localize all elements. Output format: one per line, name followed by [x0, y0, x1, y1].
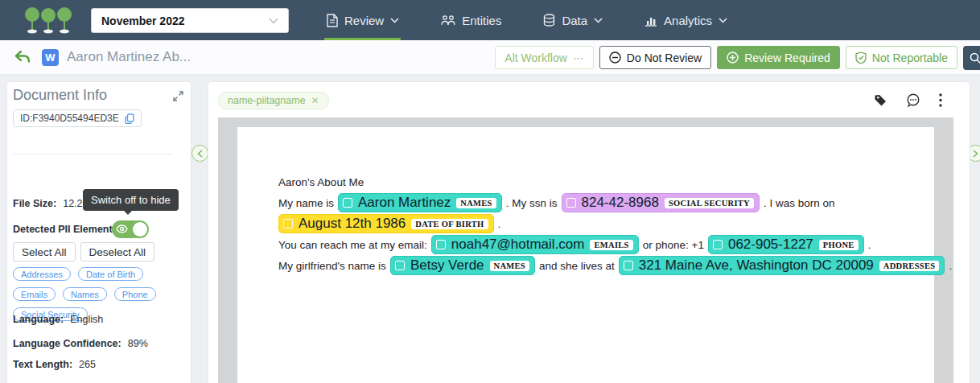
search-icon [970, 52, 980, 64]
doc-text-segment: . [498, 218, 501, 230]
doc-line: My girlfriend's name is Betsy Verde NAME… [278, 255, 918, 276]
pii-tag-date-of-birth[interactable]: Date of Birth [78, 267, 143, 281]
pii-highlight-addresses[interactable]: 321 Maine Ave, Washington DC 20009 ADDRE… [619, 256, 945, 275]
text-length-label: Text Length: [13, 359, 72, 370]
chevron-down-icon [594, 18, 603, 23]
detected-pii-row: Detected PII Elements: [13, 224, 121, 235]
pii-highlight-date-of-birth[interactable]: August 12th 1986 DATE OF BIRTH [278, 214, 494, 233]
doc-text-segment: . I was born on [764, 197, 835, 209]
close-icon[interactable]: ✕ [311, 95, 319, 106]
pii-checkbox[interactable] [566, 198, 576, 208]
alt-workflow-label: Alt Workflow [504, 51, 567, 64]
not-reportable-label: Not Reportable [872, 51, 948, 64]
pii-checkbox[interactable] [283, 219, 293, 229]
do-not-review-button[interactable]: Do Not Review [599, 46, 711, 69]
pii-highlight-social-security[interactable]: 824-42-8968 SOCIAL SECURITY [562, 193, 760, 212]
nav-tab-label: Review [344, 14, 384, 27]
tag-icon[interactable] [874, 93, 887, 107]
toggle-knob [133, 222, 147, 237]
period-dropdown[interactable]: November 2022 [91, 8, 289, 33]
alt-workflow-button[interactable]: Alt Workflow ⋯ [495, 46, 594, 69]
nav-tab-data[interactable]: Data [541, 0, 604, 40]
viewer-toolbar [874, 93, 942, 107]
doc-heading-line: Aaron's About Me [278, 171, 918, 192]
pii-highlight-emails[interactable]: noah47@hotmail.com EMAILS [431, 235, 639, 254]
pii-tag-phone[interactable]: Phone [114, 287, 156, 301]
active-filter-label: name-piitagname [228, 95, 306, 106]
main-nav: Review Entities Data Analytics [324, 0, 729, 40]
nav-tab-label: Analytics [664, 14, 712, 27]
doc-line: You can reach me at my email: noah47@hot… [278, 234, 918, 255]
file-size-label: File Size: [13, 198, 56, 209]
pii-highlight-names[interactable]: Aaron Martinez NAMES [338, 193, 502, 212]
nav-tab-review[interactable]: Review [324, 0, 401, 40]
pii-value: noah47@hotmail.com [451, 237, 585, 253]
text-length-value: 265 [79, 359, 96, 370]
deselect-all-button[interactable]: Deselect All [80, 242, 155, 262]
pii-checkbox[interactable] [624, 261, 633, 270]
nav-tab-entities[interactable]: Entities [439, 0, 503, 40]
word-doc-icon: W [42, 49, 59, 66]
do-not-review-label: Do Not Review [627, 51, 702, 64]
doc-text-segment: . My ssn is [506, 197, 558, 209]
pii-value: 824-42-8968 [582, 195, 659, 211]
header-actions: Alt Workflow ⋯ Do Not Review Review Requ… [495, 46, 957, 69]
nav-tab-analytics[interactable]: Analytics [643, 0, 729, 40]
chevron-down-icon [390, 18, 399, 23]
pii-value: 062-905-1227 [728, 237, 813, 253]
chevron-down-icon [719, 18, 727, 23]
pii-visibility-toggle[interactable] [112, 220, 149, 238]
people-icon [441, 14, 455, 27]
pii-highlight-phone[interactable]: 062-905-1227 PHONE [708, 235, 864, 254]
expand-icon[interactable] [173, 90, 183, 105]
not-reportable-button[interactable]: Not Reportable [846, 46, 957, 69]
detected-pii-label: Detected PII Elements: [13, 224, 121, 235]
app-logo-icon [24, 4, 74, 38]
nav-tab-label: Entities [462, 14, 501, 27]
pii-value: Aaron Martinez [358, 195, 451, 211]
doc-text-segment: and she lives at [539, 260, 615, 272]
kebab-menu-icon[interactable] [939, 93, 942, 107]
doc-line: My name is Aaron Martinez NAMES . My ssn… [278, 192, 918, 213]
review-required-button[interactable]: Review Required [717, 46, 840, 69]
doc-line: August 12th 1986 DATE OF BIRTH . [278, 213, 918, 234]
document-id: ID:F3940D55494ED3E [20, 113, 119, 124]
circle-minus-icon [609, 51, 621, 64]
top-navbar: November 2022 Review Entities Data Analy… [0, 0, 980, 40]
document-viewer-panel: name-piitagname ✕ Aaron's About Me My na… [208, 81, 970, 383]
pii-tag-emails[interactable]: Emails [13, 287, 56, 301]
pii-checkbox[interactable] [713, 240, 723, 249]
pii-tag-badge: SOCIAL SECURITY [665, 198, 754, 208]
pii-tag-badge: ADDRESSES [879, 261, 940, 271]
pii-checkbox[interactable] [343, 198, 352, 208]
selection-buttons: Select All Deselect All [13, 242, 154, 262]
language-confidence-row: Language Confidence: 89% [13, 338, 148, 349]
pii-highlight-names-2[interactable]: Betsy Verde NAMES [390, 256, 535, 275]
pii-tag-addresses[interactable]: Addresses [13, 267, 71, 281]
page-viewer-background: Aaron's About Me My name is Aaron Martin… [218, 117, 953, 383]
doc-text-segment: You can reach me at my email: [278, 239, 427, 251]
comment-icon[interactable] [906, 93, 920, 107]
pii-checkbox[interactable] [395, 261, 405, 270]
pii-tag-names[interactable]: Names [63, 287, 107, 301]
document-header-bar: W Aaron Martinez Ab... Alt Workflow ⋯ Do… [0, 40, 980, 75]
active-filter-chip[interactable]: name-piitagname ✕ [218, 92, 329, 109]
collapse-left-panel-button[interactable] [191, 145, 208, 162]
panel-title: Document Info [13, 87, 107, 104]
document-id-chip[interactable]: ID:F3940D55494ED3E [13, 109, 142, 127]
copy-icon[interactable] [125, 113, 134, 124]
database-icon [543, 14, 555, 27]
pii-checkbox[interactable] [436, 240, 446, 249]
search-button[interactable] [963, 46, 980, 70]
chevron-down-icon [269, 18, 278, 24]
select-all-button[interactable]: Select All [13, 242, 76, 262]
pii-tag-badge: NAMES [456, 198, 496, 208]
pii-tag-badge: DATE OF BIRTH [411, 219, 488, 229]
language-confidence-label: Language Confidence: [13, 338, 121, 349]
back-button[interactable] [14, 50, 31, 64]
doc-text-segment: . [868, 239, 871, 251]
chevron-left-icon [197, 150, 203, 158]
pii-tag-filters: Addresses Date of Birth Emails Names Pho… [13, 267, 177, 321]
pii-tag-badge: EMAILS [590, 240, 632, 250]
eye-icon [116, 224, 128, 234]
